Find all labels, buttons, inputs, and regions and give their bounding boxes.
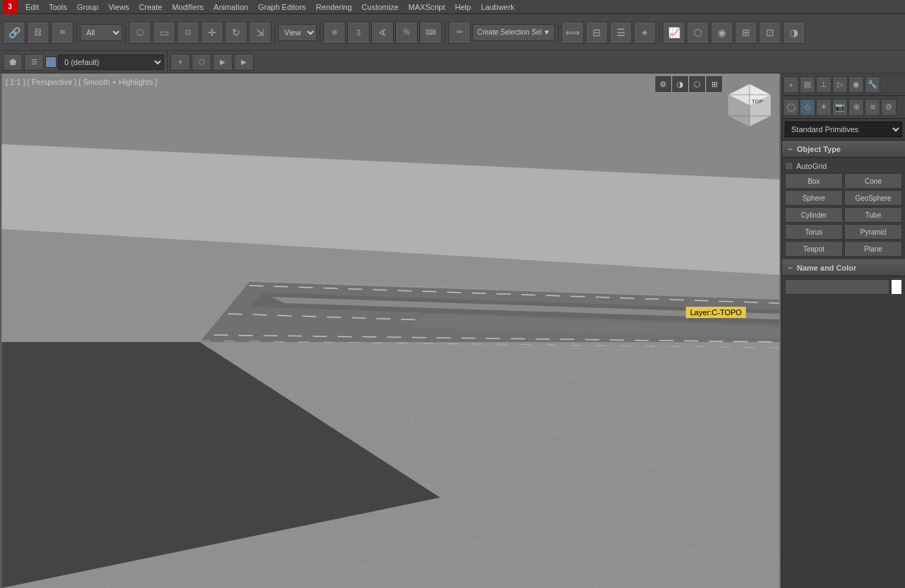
menu-graph-editors[interactable]: Graph Editors bbox=[254, 2, 310, 12]
reference-coord-dropdown[interactable]: View bbox=[278, 24, 317, 41]
geometry-icon[interactable]: ◯ bbox=[783, 99, 799, 116]
angle-snap-button[interactable]: ∢ bbox=[371, 21, 394, 44]
vp-obj-btn[interactable]: ⬡ bbox=[689, 76, 705, 92]
percent-snap-button[interactable]: % bbox=[395, 21, 418, 44]
torus-btn[interactable]: Torus bbox=[785, 224, 843, 240]
teapot-btn[interactable]: Teapot bbox=[785, 241, 843, 257]
render-button[interactable]: ⊡ bbox=[759, 21, 781, 44]
layer-mgr-button[interactable]: ☰ bbox=[609, 21, 632, 44]
menu-laubwerk[interactable]: Laubwerk bbox=[477, 2, 519, 12]
create-selection-set-btn[interactable]: Create Selection Sel ▼ bbox=[472, 24, 555, 41]
vp-show-btn[interactable]: ⊞ bbox=[706, 76, 722, 92]
filter-dropdown[interactable]: All bbox=[80, 24, 122, 41]
tube-btn[interactable]: Tube bbox=[844, 207, 902, 223]
cone-btn[interactable]: Cone bbox=[844, 173, 902, 189]
layer-dropdown[interactable]: 0 (default) bbox=[58, 54, 164, 70]
mirror-button[interactable]: ⟺ bbox=[561, 21, 584, 44]
create-panel-icon[interactable]: + bbox=[783, 76, 799, 93]
menu-views[interactable]: Views bbox=[104, 2, 133, 12]
systems-icon[interactable]: ⚙ bbox=[881, 99, 897, 116]
spacewarps-icon[interactable]: ≋ bbox=[865, 99, 880, 116]
use-pivot-button[interactable]: ⊕ bbox=[323, 21, 346, 44]
display-panel-icon[interactable]: ◉ bbox=[848, 76, 864, 93]
terrain-view bbox=[0, 74, 781, 588]
create-sel-arrow: ▼ bbox=[543, 28, 550, 36]
menu-tools[interactable]: Tools bbox=[45, 2, 71, 12]
align-button[interactable]: ⊟ bbox=[585, 21, 608, 44]
add-to-layer-btn[interactable]: + bbox=[170, 54, 190, 71]
shapes-icon[interactable]: ◇ bbox=[800, 99, 815, 116]
ribbon-button[interactable]: ◈ bbox=[634, 21, 656, 44]
motion-panel-icon[interactable]: ▷ bbox=[832, 76, 848, 93]
primitives-type-dropdown[interactable]: Standard Primitives Extended Primitives … bbox=[785, 122, 902, 137]
sep5 bbox=[445, 21, 445, 44]
window-crossing-button[interactable]: ⊡ bbox=[177, 21, 199, 44]
autogrid-label: AutoGrid bbox=[796, 162, 827, 170]
cameras-icon[interactable]: 📷 bbox=[832, 99, 848, 116]
sep7 bbox=[659, 21, 660, 44]
edit-named-sel-button[interactable]: ✏ bbox=[448, 21, 471, 44]
panel-icon-row-1: + ▤ ⊥ ▷ ◉ 🔧 bbox=[782, 74, 905, 96]
scale-button[interactable]: ⇲ bbox=[249, 21, 272, 44]
select-layer-btn[interactable]: ▶ bbox=[213, 54, 233, 71]
layer-more-btn[interactable]: ▶ bbox=[234, 54, 254, 71]
schematic-view-button[interactable]: ⬡ bbox=[687, 21, 709, 44]
menu-modifiers[interactable]: Modifiers bbox=[168, 2, 208, 12]
curve-editor-button[interactable]: 📈 bbox=[662, 21, 685, 44]
viewport-gizmo[interactable]: TOP bbox=[725, 81, 774, 130]
menu-bar: 3 Edit Tools Group Views Create Modifier… bbox=[0, 0, 905, 14]
vp-shading-btn[interactable]: ◑ bbox=[672, 76, 688, 92]
primitives-dropdown-container: Standard Primitives Extended Primitives … bbox=[782, 119, 905, 141]
helpers-icon[interactable]: ⊕ bbox=[848, 99, 864, 116]
select-region-button[interactable]: ▭ bbox=[153, 21, 175, 44]
layer-toolbar: ⬟ ☰ 0 (default) + ⬡ ▶ ▶ bbox=[0, 51, 905, 74]
viewport[interactable]: [ 1:1 ] [ Perspective ] [ Smooth + Highl… bbox=[0, 74, 781, 588]
sep-l1 bbox=[167, 51, 168, 74]
bind-space-warp-button[interactable]: ≋ bbox=[51, 21, 74, 44]
utilities-panel-icon[interactable]: 🔧 bbox=[865, 76, 880, 93]
sphere-btn[interactable]: Sphere bbox=[785, 190, 843, 206]
remove-from-layer-btn[interactable]: ⬡ bbox=[192, 54, 211, 71]
menu-create[interactable]: Create bbox=[134, 2, 166, 12]
name-color-header[interactable]: − Name and Color bbox=[782, 259, 905, 276]
rotate-button[interactable]: ↻ bbox=[225, 21, 247, 44]
vp-settings-btn[interactable]: ⚙ bbox=[655, 76, 671, 92]
material-editor-button[interactable]: ◉ bbox=[711, 21, 733, 44]
render-setup-button[interactable]: ⊞ bbox=[735, 21, 757, 44]
autogrid-checkbox[interactable] bbox=[785, 162, 793, 170]
vp-controls: ⚙ ◑ ⬡ ⊞ bbox=[655, 76, 722, 92]
menu-animation[interactable]: Animation bbox=[209, 2, 252, 12]
main-layout: [ 1:1 ] [ Perspective ] [ Smooth + Highl… bbox=[0, 74, 905, 588]
set-key-btn[interactable]: ⬟ bbox=[3, 54, 23, 71]
unlink-button[interactable]: ⛓ bbox=[27, 21, 49, 44]
select-object-button[interactable]: ⬡ bbox=[129, 21, 151, 44]
menu-rendering[interactable]: Rendering bbox=[312, 2, 356, 12]
box-btn[interactable]: Box bbox=[785, 173, 843, 189]
layer-color-swatch[interactable] bbox=[45, 57, 57, 68]
hierarchy-panel-icon[interactable]: ⊥ bbox=[816, 76, 831, 93]
sep3 bbox=[274, 21, 275, 44]
snap-3d-button[interactable]: 3 bbox=[347, 21, 370, 44]
modify-panel-icon[interactable]: ▤ bbox=[800, 76, 815, 93]
object-type-header[interactable]: − Object Type bbox=[782, 141, 905, 158]
menu-edit[interactable]: Edit bbox=[21, 2, 43, 12]
menu-customize[interactable]: Customize bbox=[358, 2, 403, 12]
lights-icon[interactable]: ☀ bbox=[816, 99, 831, 116]
layer-props-btn[interactable]: ☰ bbox=[24, 54, 44, 71]
name-color-content bbox=[782, 276, 905, 298]
spinner-snap-button[interactable]: ⌨ bbox=[419, 21, 442, 44]
active-shade-button[interactable]: ◑ bbox=[783, 21, 805, 44]
menu-help[interactable]: Help bbox=[451, 2, 476, 12]
name-color-collapse-icon: − bbox=[788, 263, 793, 273]
object-name-input[interactable] bbox=[785, 279, 889, 295]
geosphere-btn[interactable]: GeoSphere bbox=[844, 190, 902, 206]
plane-btn[interactable]: Plane bbox=[844, 241, 902, 257]
link-button[interactable]: 🔗 bbox=[3, 21, 25, 44]
cylinder-btn[interactable]: Cylinder bbox=[785, 207, 843, 223]
pyramid-btn[interactable]: Pyramid bbox=[844, 224, 902, 240]
menu-maxscript[interactable]: MAXScript bbox=[404, 2, 450, 12]
app-logo[interactable]: 3 bbox=[3, 0, 17, 14]
select-move-button[interactable]: ✛ bbox=[201, 21, 223, 44]
menu-group[interactable]: Group bbox=[73, 2, 103, 12]
object-color-swatch[interactable] bbox=[891, 279, 902, 295]
